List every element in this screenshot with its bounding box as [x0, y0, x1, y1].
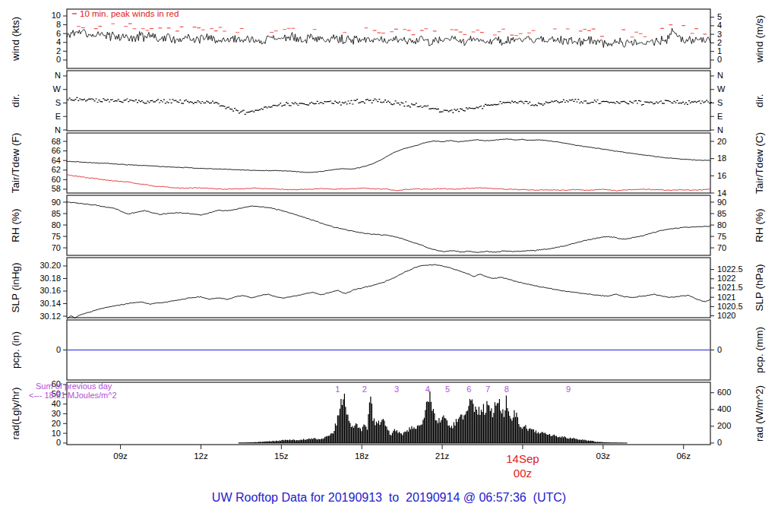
panel-wind: 0246810012345wind (kts)wind (m/s)10 min.… — [10, 9, 765, 68]
rad-hour-mark: 9 — [566, 385, 571, 394]
rad-hour-mark: 8 — [504, 385, 509, 394]
ytick-label-left: 68 — [52, 137, 61, 146]
ytick-label-right: 85 — [717, 209, 726, 218]
rad-hour-mark: 2 — [362, 385, 367, 394]
rad-hour-mark: 5 — [445, 385, 450, 394]
ytick-label-right: S — [717, 98, 723, 107]
ytick-label-left: 60 — [52, 175, 61, 184]
ytick-label-left: 80 — [52, 220, 61, 230]
ytick-label-left: 40 — [52, 399, 61, 408]
uw-rooftop-meteogram: 0246810012345wind (kts)wind (m/s)10 min.… — [0, 0, 778, 532]
ytick-label-left: 75 — [52, 232, 61, 241]
ylabel-left-wind: wind (kts) — [10, 17, 21, 62]
ytick-label-left: 30 — [52, 409, 61, 418]
ytick-label-left: 62 — [52, 165, 61, 174]
panel-border-rh — [67, 195, 710, 255]
ytick-label-left: N — [55, 125, 61, 135]
ytick-label-left: E — [55, 112, 61, 121]
rad-sum-annotation-line1: Sum of previous day — [36, 382, 112, 391]
ytick-label-right: 1021 — [717, 293, 735, 302]
ylabel-left-rad: rad(Lgly/hr) — [10, 387, 21, 439]
xtick-label: 03z — [596, 451, 611, 461]
ytick-label-right: 20 — [717, 137, 726, 146]
ytick-label-right: W — [717, 84, 726, 93]
meteogram-plot: 0246810012345wind (kts)wind (m/s)10 min.… — [0, 0, 778, 532]
xtick-label: 15z — [274, 451, 289, 461]
ytick-label-left: 30.18 — [40, 274, 61, 283]
ytick-label-right: 1022 — [717, 274, 735, 283]
ytick-label-left: S — [55, 98, 61, 107]
ytick-label-right: N — [717, 71, 723, 80]
ytick-label-right: N — [717, 125, 723, 135]
panel-border-dir — [67, 71, 710, 131]
xtick-label: 06z — [676, 451, 691, 461]
ytick-label-right: 0 — [717, 438, 722, 447]
panel-dir: NESWNNESWNdir.dir. — [10, 71, 765, 135]
ytick-label-right: 1020.5 — [717, 302, 743, 311]
ytick-label-left: 8 — [56, 20, 61, 29]
rad-hour-mark: 6 — [466, 385, 471, 394]
ytick-label-left: 4 — [56, 37, 61, 46]
ytick-label-right: 18 — [717, 154, 726, 163]
panel-border-temp — [67, 133, 710, 193]
wind-peak-annotation: 10 min. peak winds in red — [80, 9, 179, 18]
ylabel-left-slp: SLP (inHg) — [10, 263, 21, 313]
ytick-label-right: 0 — [717, 55, 722, 64]
ytick-label-right: 75 — [717, 232, 726, 241]
ytick-label-left: W — [53, 84, 62, 93]
xtick-date-line1: 14Sep — [506, 452, 539, 465]
ytick-label-right: 1022.5 — [717, 264, 743, 274]
panel-rad: 01020304050600200400600rad(Lgly/hr)rad (… — [10, 379, 765, 447]
ytick-label-right: 600 — [717, 388, 731, 397]
ytick-label-right: 400 — [717, 404, 731, 413]
ytick-label-right: 14 — [717, 188, 726, 198]
ylabel-right-pcp: pcp. (mm) — [754, 327, 765, 373]
ytick-label-left: 6 — [56, 29, 61, 38]
ytick-label-left: 30.16 — [40, 286, 61, 295]
ytick-label-left: 0 — [56, 438, 61, 447]
ylabel-left-rh: RH (%) — [10, 208, 21, 242]
ylabel-right-wind: wind (m/s) — [754, 15, 765, 63]
ytick-label-left: 90 — [52, 198, 61, 207]
ylabel-right-slp: SLP (hPa) — [754, 264, 765, 311]
ytick-label-right: 90 — [717, 198, 726, 207]
xtick-label: 09z — [113, 451, 128, 461]
ytick-label-left: 30.14 — [40, 299, 61, 308]
xtick-date-line2: 00z — [514, 467, 532, 480]
ytick-label-left: 66 — [52, 146, 61, 155]
ytick-label-right: 2 — [717, 38, 722, 47]
ytick-label-right: 1020 — [717, 311, 735, 320]
ytick-label-right: 3 — [717, 30, 722, 39]
ylabel-right-rad: rad (W/m^2) — [754, 385, 765, 442]
ytick-label-left: 64 — [52, 156, 61, 165]
panel-slp: 30.1230.1430.1630.1830.2010201020.510211… — [10, 258, 765, 321]
ytick-label-left: 20 — [52, 419, 61, 428]
panel-temp: 58606264666814161820Tair/Tdew (F)Tair/Td… — [10, 132, 765, 198]
ytick-label-right: 200 — [717, 421, 731, 430]
ytick-label-left: 10 — [52, 11, 61, 20]
ytick-label-left: 2 — [56, 46, 61, 55]
ytick-label-right: 80 — [717, 220, 726, 230]
rad-hour-mark: 7 — [485, 385, 490, 394]
ytick-label-left: 0 — [56, 345, 61, 354]
ytick-label-left: 70 — [52, 243, 61, 252]
xtick-label: 18z — [355, 451, 369, 461]
ytick-label-right: 5 — [717, 12, 722, 21]
rad-hour-mark: 1 — [335, 385, 340, 394]
ytick-label-left: 10 — [52, 429, 61, 438]
ytick-label-right: 1021.5 — [717, 283, 743, 292]
xtick-label: 12z — [194, 451, 208, 461]
ylabel-right-dir: dir. — [754, 93, 765, 107]
panel-border-slp — [67, 258, 710, 318]
chart-title: UW Rooftop Data for 20190913 to 20190914… — [0, 491, 778, 505]
ytick-label-left: 85 — [52, 209, 61, 218]
ytick-label-left: 0 — [56, 55, 61, 64]
ytick-label-left: 30.20 — [40, 261, 61, 270]
xtick-label: 21z — [435, 451, 450, 461]
ylabel-left-pcp: pcp. (in) — [10, 331, 21, 369]
ylabel-left-dir: dir. — [10, 93, 21, 107]
ylabel-left-temp: Tair/Tdew (F) — [10, 133, 21, 194]
rad-sum-annotation-line2: <--- 18.51 MJoules/m^2 — [29, 391, 117, 400]
ytick-label-right: E — [717, 112, 723, 121]
ytick-label-right: 1 — [717, 46, 722, 55]
